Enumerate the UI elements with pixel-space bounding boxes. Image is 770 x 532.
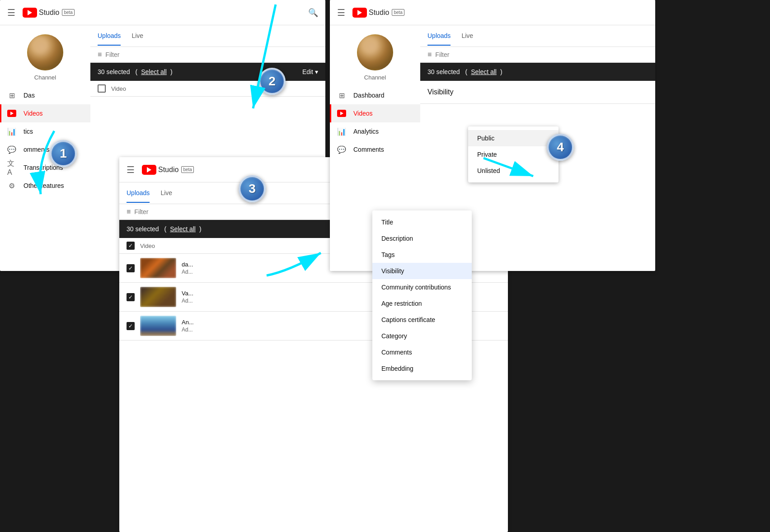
row3-thumb	[140, 316, 176, 336]
tab-live-3[interactable]: Live	[461, 27, 473, 46]
dropdown-community[interactable]: Community contributions	[372, 279, 472, 295]
avatar-1	[27, 34, 63, 70]
step-4-circle: 4	[547, 134, 574, 161]
header-bar-3: ☰ Studio beta	[330, 0, 655, 25]
dropdown-comments[interactable]: Comments	[372, 344, 472, 360]
sidebar-comments-label-1: omments	[23, 146, 50, 153]
studio-label-3: Studio	[369, 9, 389, 17]
header-checkbox-1[interactable]	[98, 84, 106, 93]
comments-icon-3: 💬	[337, 145, 346, 154]
youtube-icon-2	[142, 165, 156, 175]
visibility-unlisted[interactable]: Unlisted	[468, 163, 559, 179]
hamburger-icon-2[interactable]: ☰	[127, 164, 135, 175]
tab-live-1[interactable]: Live	[131, 27, 143, 46]
row2-checkbox[interactable]	[127, 293, 135, 301]
studio-label-1: Studio	[39, 9, 59, 17]
edit-button-1[interactable]: Edit ▾	[302, 68, 318, 75]
avatar-3	[357, 34, 393, 70]
dropdown-tags[interactable]: Tags	[372, 247, 472, 263]
sidebar-item-dashboard-1[interactable]: ⊞ Dashboard	[0, 86, 90, 104]
sidebar-item-analytics-3[interactable]: 📊 Analytics	[330, 122, 420, 140]
filter-icon-3: ≡	[427, 51, 432, 59]
dropdown-embedding[interactable]: Embedding	[372, 360, 472, 377]
dropdown-age-restriction[interactable]: Age restriction	[372, 295, 472, 312]
select-all-link-2[interactable]: Select all	[170, 225, 196, 233]
edit-dropdown-menu[interactable]: Title Description Tags Visibility Commun…	[372, 210, 472, 380]
sidebar-item-transcriptions-1[interactable]: 文A Transcriptions	[0, 159, 90, 177]
filter-icon-2: ≡	[127, 208, 131, 216]
hamburger-icon-1[interactable]: ☰	[7, 7, 15, 18]
table-header-1: Video	[90, 81, 325, 97]
sidebar-1: Channel ⊞ Dashboard Videos 📊 tics 💬 omme…	[0, 25, 90, 271]
dropdown-menu: Title Description Tags Visibility Commun…	[372, 210, 472, 380]
youtube-icon-3	[352, 8, 367, 18]
selection-bar-3: 30 selected (Select all)	[420, 63, 655, 81]
dropdown-visibility[interactable]: Visibility	[372, 263, 472, 279]
beta-badge-2: beta	[181, 166, 193, 173]
row3-checkbox[interactable]	[127, 322, 135, 330]
comments-icon-1: 💬	[7, 145, 16, 154]
filter-input-1[interactable]	[105, 51, 184, 58]
header-bar-1: ☰ Studio beta 🔍	[0, 0, 325, 25]
row1-thumb	[140, 258, 176, 278]
tab-live-2[interactable]: Live	[160, 184, 172, 203]
sidebar-item-analytics-1[interactable]: 📊 tics	[0, 122, 90, 140]
header-checkbox-2[interactable]	[127, 242, 135, 250]
tab-uploads-2[interactable]: Uploads	[127, 184, 150, 203]
transcriptions-icon-1: 文A	[7, 163, 16, 172]
dashboard-icon-3: ⊞	[337, 91, 346, 100]
visibility-options: Public Private Unlisted	[468, 126, 559, 182]
channel-section-1: Channel	[0, 29, 90, 86]
selection-count-2: 30 selected	[127, 225, 159, 233]
dropdown-captions[interactable]: Captions certificate	[372, 312, 472, 328]
youtube-icon-1	[23, 8, 37, 18]
yt-logo-3: Studio beta	[352, 8, 404, 18]
videos-icon-3	[337, 109, 346, 118]
dropdown-description[interactable]: Description	[372, 230, 472, 247]
visibility-public[interactable]: Public	[468, 130, 559, 146]
tabs-1: Uploads Live	[90, 25, 325, 47]
sidebar-dashboard-label-3: Dashboard	[353, 92, 385, 99]
step-3-circle: 3	[239, 175, 266, 202]
filter-input-3[interactable]	[435, 51, 514, 58]
analytics-icon-3: 📊	[337, 127, 346, 136]
row1-checkbox[interactable]	[127, 264, 135, 272]
dropdown-title[interactable]: Title	[372, 214, 472, 230]
filter-input-2[interactable]	[134, 208, 213, 215]
other-icon-1: ⚙	[7, 181, 16, 190]
sidebar-other-label-1: Other features	[23, 182, 64, 189]
row2-thumb	[140, 287, 176, 307]
sidebar-item-videos-1[interactable]: Videos	[0, 104, 90, 122]
visibility-section-3: Visibility	[420, 81, 655, 104]
yt-logo-1: Studio beta	[23, 8, 75, 18]
sidebar-item-other-1[interactable]: ⚙ Other features	[0, 177, 90, 195]
visibility-private[interactable]: Private	[468, 146, 559, 163]
filter-row-3: ≡	[420, 47, 655, 63]
sidebar-dashboard-label-1: Dashboard	[23, 92, 55, 99]
sidebar-comments-label-3: Comments	[353, 146, 384, 153]
sidebar-item-videos-3[interactable]: Videos	[330, 104, 420, 122]
channel-section-3: Channel	[330, 29, 420, 86]
analytics-icon-1: 📊	[7, 127, 16, 136]
search-icon-1[interactable]: 🔍	[308, 8, 318, 17]
beta-badge-1: beta	[62, 9, 74, 16]
video-col-2: Video	[140, 243, 155, 249]
yt-logo-2: Studio beta	[142, 165, 194, 175]
tab-uploads-3[interactable]: Uploads	[427, 27, 451, 46]
hamburger-icon-3[interactable]: ☰	[337, 7, 345, 18]
select-all-link-1[interactable]: Select all	[141, 68, 167, 75]
dashboard-icon-1: ⊞	[7, 91, 16, 100]
step-2-circle: 2	[258, 68, 286, 95]
visibility-label-3: Visibility	[427, 88, 454, 96]
dropdown-category[interactable]: Category	[372, 328, 472, 344]
select-all-link-3[interactable]: Select all	[471, 68, 497, 75]
studio-label-2: Studio	[158, 166, 178, 174]
filter-icon-1: ≡	[98, 51, 102, 59]
sidebar-item-dashboard-3[interactable]: ⊞ Dashboard	[330, 86, 420, 104]
tab-uploads-1[interactable]: Uploads	[98, 27, 121, 46]
sidebar-videos-label-3: Videos	[353, 110, 373, 117]
filter-row-1: ≡	[90, 47, 325, 63]
sidebar-item-comments-3[interactable]: 💬 Comments	[330, 140, 420, 159]
selection-count-3: 30 selected	[427, 68, 460, 75]
sidebar-item-comments-1[interactable]: 💬 omments	[0, 140, 90, 159]
